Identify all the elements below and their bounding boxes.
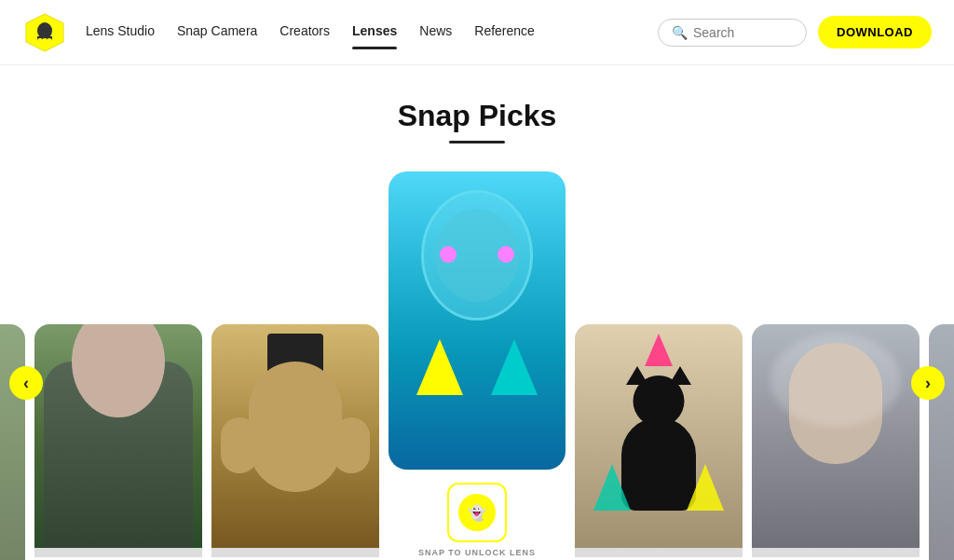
search-box[interactable]: 🔍 [658,19,807,47]
svg-point-6 [47,38,52,44]
cards-container: ✋ Stop Hand by Ben [0,171,954,560]
nav-reference[interactable]: Reference [474,23,535,42]
nav-creators[interactable]: Creators [279,23,330,42]
next-button[interactable]: › [911,366,945,400]
carousel: ‹ ✋ Stop Hand by Ben [0,171,954,560]
prev-button[interactable]: ‹ [9,366,43,400]
search-icon: 🔍 [672,25,688,40]
main-nav: Lens Studio Snap Camera Creators Lenses … [86,23,658,42]
card-cat-beam[interactable]: 🐱 Cat Beam by AOEPNG [575,324,743,560]
snap-qr-code: 👻 [447,483,507,542]
center-card-wrapper: 👻 SNAP TO UNLOCK LENS FIREDOG by Blnk Di… [388,171,566,560]
snap-to-unlock-text: SNAP TO UNLOCK LENS [418,548,536,557]
download-button[interactable]: DOWNLOAD [818,16,932,48]
partial-card-right [929,324,954,560]
card-firedog[interactable] [388,171,566,470]
snap-logo[interactable] [22,10,67,55]
section-title: Snap Picks [398,99,557,133]
title-underline [449,141,505,143]
nav-snap-camera[interactable]: Snap Camera [177,23,257,42]
header-right: 🔍 DOWNLOAD [658,16,932,48]
main-content: Snap Picks ‹ ✋ Stop Hand [0,65,954,560]
search-input[interactable] [693,25,793,40]
center-card-bottom: 👻 SNAP TO UNLOCK LENS FIREDOG by Blnk Di… [418,479,536,560]
snap-qr-inner: 👻 [458,494,496,531]
card-pet-veil[interactable]: ✨ Pet Veil by matty.platty [752,324,920,560]
partial-card-left [0,324,25,560]
nav-news[interactable]: News [419,23,452,42]
header: Lens Studio Snap Camera Creators Lenses … [0,0,954,65]
nav-lenses[interactable]: Lenses [352,23,397,42]
card-stop-hand[interactable]: ✋ Stop Hand by Ben [34,324,202,560]
nav-lens-studio[interactable]: Lens Studio [86,23,155,42]
card-fancy-pet[interactable]: 👑 Fancy Pet by Phil Walton 🔥 [211,324,379,560]
